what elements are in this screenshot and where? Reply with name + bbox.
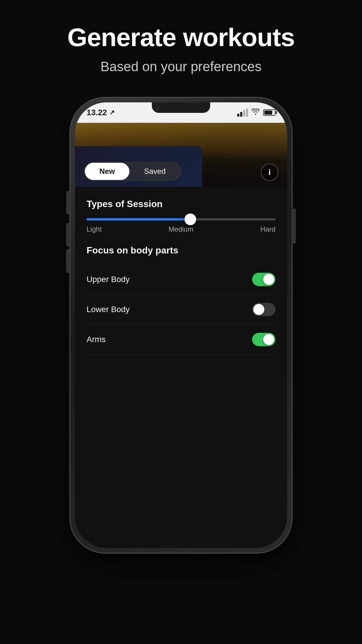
upper-body-label: Upper Body [87, 275, 130, 284]
slider-track [87, 218, 275, 220]
tab-new-button[interactable]: New [85, 163, 129, 180]
location-icon: ↗ [109, 109, 115, 116]
status-time: 13.22 ↗ [87, 108, 115, 117]
tab-switcher: New Saved [84, 162, 181, 181]
slider-thumb[interactable] [184, 214, 196, 225]
status-bar: 13.22 ↗ [75, 102, 287, 123]
page-subtitle: Based on your preferences [101, 59, 261, 74]
info-button[interactable]: i [261, 164, 278, 181]
phone-outer: 13.22 ↗ [70, 98, 292, 553]
body-parts-title: Focus on body parts [87, 245, 275, 256]
session-title: Types of Session [87, 199, 275, 209]
intensity-slider[interactable]: Light Medium Hard [87, 218, 275, 233]
upper-body-toggle[interactable] [252, 273, 275, 286]
toggle-row-lower-body: Lower Body [87, 295, 275, 325]
page-title: Generate workouts [67, 23, 295, 52]
phone-frame: 13.22 ↗ [70, 98, 292, 553]
slider-label-hard: Hard [260, 225, 275, 233]
arms-label: Arms [87, 335, 106, 344]
toggle-row-upper-body: Upper Body [87, 265, 275, 295]
main-content: Types of Session Light Medium Hard [75, 187, 287, 355]
camera-dot [155, 106, 160, 112]
wifi-icon [252, 108, 260, 117]
upper-body-knob [263, 274, 274, 285]
arms-toggle[interactable] [252, 333, 275, 346]
tab-saved-button[interactable]: Saved [129, 163, 180, 180]
slider-label-medium: Medium [168, 225, 193, 233]
screen-content: New Saved i Types of Session [75, 123, 287, 548]
lower-body-toggle[interactable] [252, 303, 275, 316]
battery-icon [263, 109, 275, 116]
slider-labels: Light Medium Hard [87, 225, 275, 233]
body-parts-section: Focus on body parts Upper Body Lower Bod… [87, 245, 275, 355]
lower-body-knob [253, 304, 264, 315]
phone-screen: 13.22 ↗ [75, 102, 287, 548]
slider-label-light: Light [87, 225, 102, 233]
slider-fill [87, 218, 190, 220]
hero-image: New Saved i [75, 123, 287, 187]
signal-icon [237, 108, 248, 117]
toggle-row-arms: Arms [87, 325, 275, 355]
status-icons [237, 108, 275, 117]
lower-body-label: Lower Body [87, 305, 130, 314]
time-display: 13.22 [87, 108, 107, 117]
arms-knob [263, 334, 274, 345]
session-section: Types of Session Light Medium Hard [87, 199, 275, 233]
